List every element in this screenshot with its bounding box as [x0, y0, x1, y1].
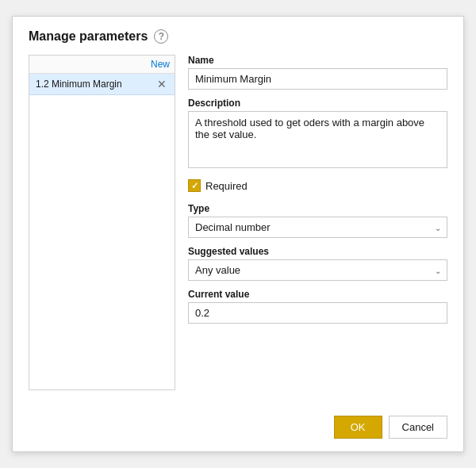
- suggested-values-select-wrapper: Any value List of values Between ⌄: [188, 259, 447, 281]
- name-field-group: Name: [188, 55, 447, 90]
- dialog-title: Manage parameters: [29, 29, 148, 44]
- help-icon[interactable]: ?: [154, 29, 168, 44]
- dialog-header: Manage parameters ?: [29, 29, 447, 44]
- description-label: Description: [188, 98, 447, 109]
- suggested-values-field-group: Suggested values Any value List of value…: [188, 246, 447, 281]
- right-panel: Name Description ✓ Required Type: [188, 55, 447, 390]
- param-item-label: 1.2 Minimum Margin: [36, 79, 122, 90]
- left-panel: New 1.2 Minimum Margin ✕: [29, 55, 175, 390]
- current-value-label: Current value: [188, 289, 447, 300]
- param-item-close-icon[interactable]: ✕: [155, 79, 168, 90]
- required-label: Required: [205, 180, 248, 192]
- checkbox-box: ✓: [188, 179, 201, 192]
- dialog-body: New 1.2 Minimum Margin ✕ Name Descriptio…: [29, 55, 447, 390]
- type-select[interactable]: Decimal number Integer Text Date Date/Ti…: [188, 217, 447, 238]
- suggested-values-select[interactable]: Any value List of values Between: [188, 259, 447, 281]
- ok-button[interactable]: OK: [334, 416, 382, 439]
- type-field-group: Type Decimal number Integer Text Date Da…: [188, 203, 447, 238]
- left-panel-header: New: [29, 56, 175, 74]
- name-label: Name: [188, 55, 447, 66]
- cancel-button[interactable]: Cancel: [389, 416, 447, 439]
- required-checkbox[interactable]: ✓ Required: [188, 179, 248, 192]
- manage-parameters-dialog: Manage parameters ? New 1.2 Minimum Marg…: [12, 16, 464, 452]
- new-param-link[interactable]: New: [151, 59, 170, 70]
- type-label: Type: [188, 203, 447, 214]
- param-item[interactable]: 1.2 Minimum Margin ✕: [29, 74, 175, 95]
- required-row: ✓ Required: [188, 176, 447, 195]
- checkmark-icon: ✓: [191, 182, 198, 190]
- current-value-input[interactable]: [188, 302, 447, 324]
- type-select-wrapper: Decimal number Integer Text Date Date/Ti…: [188, 217, 447, 238]
- description-field-group: Description: [188, 98, 447, 168]
- dialog-footer: OK Cancel: [29, 406, 447, 439]
- suggested-values-label: Suggested values: [188, 246, 447, 257]
- description-textarea[interactable]: [188, 111, 447, 168]
- current-value-field-group: Current value: [188, 289, 447, 324]
- name-input[interactable]: [188, 68, 447, 90]
